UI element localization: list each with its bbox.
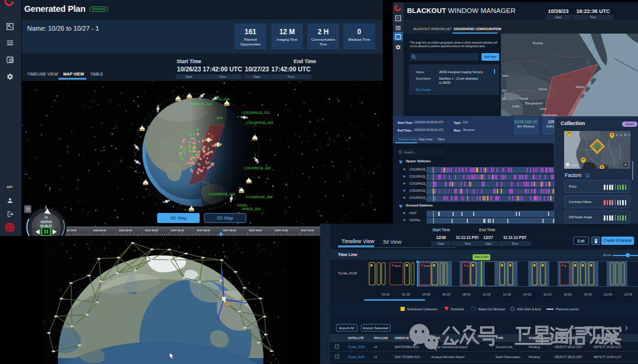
svg-text:India: India <box>512 104 520 108</box>
svg-text:COGSPACE_000: COGSPACE_000 <box>244 166 271 170</box>
svg-text:COGSPACE_003: COGSPACE_003 <box>246 121 273 124</box>
svg-text:China: China <box>538 87 548 91</box>
svg-text:SPACE_002: SPACE_002 <box>242 207 261 211</box>
svg-text:GSPACE_012: GSPACE_012 <box>191 102 213 106</box>
svg-text:02:30: 02:30 <box>402 293 410 296</box>
svg-text:D: D <box>565 264 567 267</box>
svg-text:Japan: Japan <box>575 85 584 88</box>
svg-text:COGSPACE_013: COGSPACE_013 <box>243 111 269 114</box>
svg-text:10/27 08:00: 10/27 08:00 <box>249 229 262 232</box>
svg-text:M1: M1 <box>212 144 216 147</box>
svg-text:Down: Down <box>424 264 431 267</box>
svg-text:mapbox: mapbox <box>571 163 579 166</box>
svg-text:Down: Down <box>395 264 402 267</box>
svg-text:10:00: 10:00 <box>483 293 491 296</box>
svg-text:14:00: 14:00 <box>523 293 532 296</box>
svg-text:10/27 00:00: 10/27 00:00 <box>145 229 158 232</box>
svg-text:18:00: 18:00 <box>564 293 572 296</box>
svg-text:23:59: 23:59 <box>624 293 633 296</box>
svg-text:004: 004 <box>217 116 223 120</box>
svg-text:tan: tan <box>502 88 507 92</box>
svg-text:COGSPACE_006: COGSPACE_006 <box>246 195 272 199</box>
svg-text:D: D <box>467 264 468 267</box>
svg-text:08:00: 08:00 <box>463 293 471 296</box>
svg-text:10/26 20:00: 10/26 20:00 <box>93 229 106 232</box>
svg-text:K A R N: K A R N <box>616 134 630 137</box>
svg-text:Laos: Laos <box>539 107 546 110</box>
svg-text:10/27/23: 10/27/23 <box>40 220 52 224</box>
svg-text:Russia: Russia <box>533 41 543 45</box>
svg-text:COGSPACE_004: COGSPACE_004 <box>209 192 236 196</box>
svg-text:16:00: 16:00 <box>543 293 552 296</box>
svg-text:stan: stan <box>502 74 509 77</box>
svg-text:10/27 10:00: 10/27 10:00 <box>275 229 288 232</box>
svg-text:20:00: 20:00 <box>584 293 592 296</box>
svg-text:1x: 1x <box>44 215 48 219</box>
svg-text:10/26 22:00: 10/26 22:00 <box>119 229 132 232</box>
svg-text:jal: jal <box>502 97 506 100</box>
svg-text:10/27 12:00: 10/27 12:00 <box>301 229 314 232</box>
svg-text:10/27 02:00: 10/27 02:00 <box>171 229 184 232</box>
svg-text:10/27 04:00: 10/27 04:00 <box>197 229 210 232</box>
svg-text:Nepal: Nepal <box>519 97 528 100</box>
svg-text:12:00: 12:00 <box>503 293 511 296</box>
svg-text:04:59: 04:59 <box>422 293 431 296</box>
svg-text:06:00: 06:00 <box>442 293 451 296</box>
svg-text:ANGA_034: ANGA_034 <box>212 97 230 101</box>
svg-text:00:00: 00:00 <box>382 293 390 296</box>
svg-text:10/27 06:00: 10/27 06:00 <box>223 229 236 232</box>
svg-text:Bangladesh: Bangladesh <box>525 101 543 105</box>
svg-text:22:00: 22:00 <box>604 293 612 296</box>
